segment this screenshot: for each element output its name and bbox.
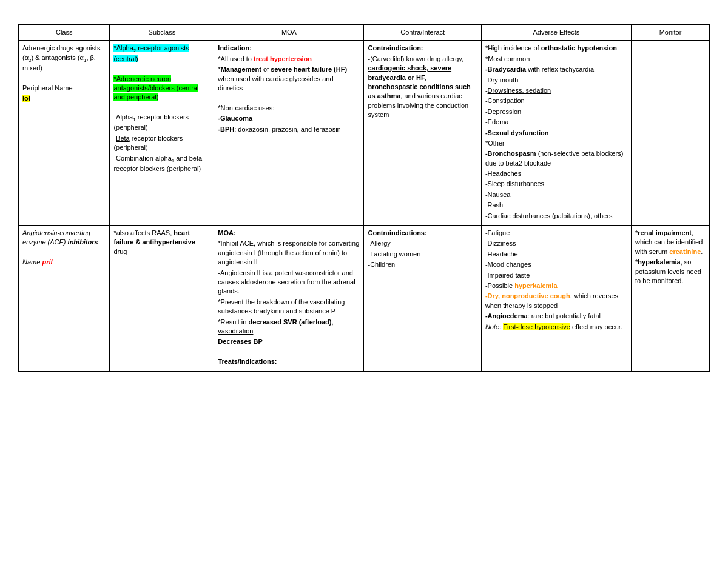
- header-adverse: Adverse Effects: [481, 25, 631, 41]
- adverse-adrenergic: *High incidence of orthostatic hypotensi…: [481, 41, 631, 226]
- subclass-ace: *also affects RAAS, heart failure & anti…: [110, 226, 214, 371]
- header-contra: Contra/Interact: [364, 25, 481, 41]
- table-row: Adrenergic drugs-agonists (α2) & antagon…: [19, 41, 710, 226]
- class-adrenergic: Adrenergic drugs-agonists (α2) & antagon…: [19, 41, 110, 226]
- pharmacology-table: Class Subclass MOA Contra/Interact Adver…: [18, 24, 710, 372]
- header-monitor: Monitor: [632, 25, 710, 41]
- class-ace: Angiotensin-converting enzyme (ACE) inhi…: [19, 226, 110, 371]
- header-moa: MOA: [214, 25, 364, 41]
- adverse-ace: -Fatigue -Dizziness -Headache -Mood chan…: [481, 226, 631, 371]
- contra-ace: Contraindications: -Allergy -Lactating w…: [364, 226, 481, 371]
- monitor-adrenergic: [632, 41, 710, 226]
- contra-adrenergic: Contraindication: -(Carvedilol) known dr…: [364, 41, 481, 226]
- moa-ace: MOA: *Inhibit ACE, which is responsible …: [214, 226, 364, 371]
- header-class: Class: [19, 25, 110, 41]
- monitor-ace: *renal impairment, which can be identifi…: [632, 226, 710, 371]
- header-subclass: Subclass: [110, 25, 214, 41]
- moa-adrenergic: Indication: *All used to treat hypertens…: [214, 41, 364, 226]
- table-row: Angiotensin-converting enzyme (ACE) inhi…: [19, 226, 710, 371]
- subclass-adrenergic: *Alpha2 receptor agonists (central) *Adr…: [110, 41, 214, 226]
